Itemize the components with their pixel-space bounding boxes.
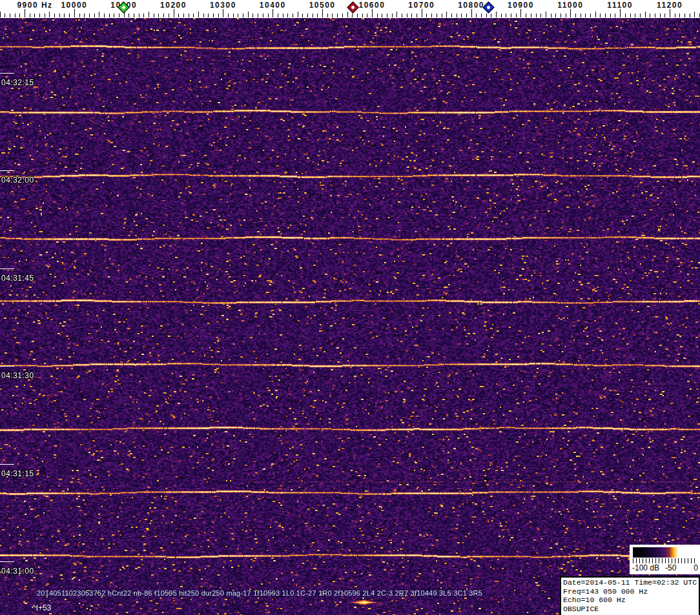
frequency-tick	[327, 14, 328, 17]
frequency-tick	[471, 9, 472, 17]
frequency-tick	[466, 14, 467, 17]
frequency-tick	[208, 14, 209, 17]
frequency-tick	[158, 14, 159, 17]
frequency-tick	[273, 9, 273, 17]
frequency-tick	[645, 12, 646, 17]
frequency-tick	[169, 14, 169, 17]
frequency-tick	[600, 14, 601, 17]
frequency-tick	[660, 14, 661, 17]
frequency-tick	[149, 12, 149, 17]
frequency-tick	[575, 14, 576, 17]
marker-red[interactable]	[347, 1, 359, 13]
frequency-tick	[258, 14, 258, 17]
frequency-tick	[39, 14, 40, 17]
frequency-tick	[193, 14, 194, 17]
frequency-tick	[174, 9, 174, 17]
frequency-tick	[178, 14, 179, 17]
time-label: 04:31:15	[1, 469, 34, 478]
frequency-tick	[10, 14, 10, 17]
frequency-tick	[417, 14, 417, 17]
spectrogram-waterfall: 04:32:1504:32:0004:31:4504:31:3004:31:15…	[0, 18, 700, 615]
frequency-tick	[694, 12, 695, 17]
frequency-tick	[511, 14, 511, 17]
time-tick	[0, 561, 14, 562]
frequency-tick	[540, 14, 541, 17]
frequency-tick	[655, 14, 655, 17]
frequency-tick	[531, 14, 531, 17]
frequency-tick	[446, 12, 447, 17]
frequency-tick	[481, 14, 482, 17]
time-label: 04:32:00	[1, 176, 34, 185]
frequency-tick	[347, 12, 348, 17]
frequency-tick-label: 10500	[309, 1, 336, 10]
frequency-tick	[15, 14, 15, 17]
frequency-tick	[302, 14, 303, 17]
info-line: OBSUPICE	[563, 605, 699, 614]
frequency-tick	[94, 14, 95, 17]
frequency-tick	[54, 14, 55, 17]
frequency-tick	[670, 9, 670, 17]
frequency-tick	[139, 14, 139, 17]
frequency-tick	[546, 12, 546, 17]
frequency-tick	[0, 12, 1, 17]
frequency-tick	[561, 14, 561, 17]
frequency-tick	[119, 14, 119, 17]
meteor-spectrogram-app: { "ruler": { "unit": "Hz", "freq_min_hz"…	[0, 0, 700, 615]
frequency-tick	[407, 14, 407, 17]
time-tick	[0, 464, 14, 465]
frequency-tick	[84, 14, 85, 17]
frequency-tick	[49, 12, 50, 17]
frequency-tick	[322, 9, 323, 17]
frequency-tick-label: 10700	[408, 1, 435, 10]
color-scale-gradient	[633, 547, 697, 558]
frequency-tick	[581, 14, 581, 17]
frequency-tick	[337, 14, 338, 17]
frequency-tick	[79, 14, 80, 17]
frequency-tick-label: 10400	[260, 1, 286, 10]
frequency-tick	[690, 14, 690, 17]
frequency-tick	[610, 14, 611, 17]
frequency-tick	[252, 14, 253, 17]
frequency-tick	[89, 14, 90, 17]
marker-red-center-dot	[351, 5, 355, 10]
color-scale-mid-label: -50	[665, 563, 676, 572]
frequency-tick	[189, 14, 189, 17]
frequency-tick	[595, 12, 596, 17]
frequency-tick	[650, 14, 650, 17]
time-tick	[0, 170, 14, 171]
marker-blue[interactable]	[482, 1, 494, 13]
marker-blue-center-dot	[486, 5, 491, 10]
frequency-tick	[352, 14, 353, 17]
frequency-tick	[555, 14, 556, 17]
frequency-tick	[372, 9, 373, 17]
color-scale-labels: -100 dB -50 0	[631, 563, 699, 573]
frequency-tick	[679, 14, 680, 17]
frequency-tick	[293, 14, 293, 17]
frequency-tick	[30, 14, 30, 17]
frequency-tick	[402, 14, 402, 17]
frequency-tick	[45, 14, 45, 17]
frequency-tick	[109, 14, 110, 17]
frequency-tick	[332, 14, 333, 17]
frequency-tick	[630, 14, 631, 17]
frequency-tick	[685, 14, 685, 17]
frequency-tick	[675, 14, 675, 17]
frequency-tick-label: 10800	[458, 1, 484, 10]
frequency-tick	[183, 14, 184, 17]
frequency-tick-label: 11000	[557, 1, 583, 10]
frequency-tick	[287, 14, 288, 17]
frequency-tick	[585, 14, 586, 17]
frequency-tick	[198, 12, 199, 17]
frequency-tick	[566, 14, 566, 17]
frequency-tick	[411, 14, 412, 17]
frequency-tick	[233, 14, 234, 17]
frequency-tick	[268, 14, 269, 17]
info-line: Echo=10 600 Hz	[563, 596, 699, 605]
frequency-tick	[223, 9, 223, 17]
frequency-tick	[5, 14, 5, 17]
frequency-tick	[104, 14, 105, 17]
time-tick	[0, 366, 14, 367]
frequency-tick	[640, 14, 641, 17]
frequency-tick	[248, 12, 249, 17]
frequency-tick	[203, 14, 204, 17]
